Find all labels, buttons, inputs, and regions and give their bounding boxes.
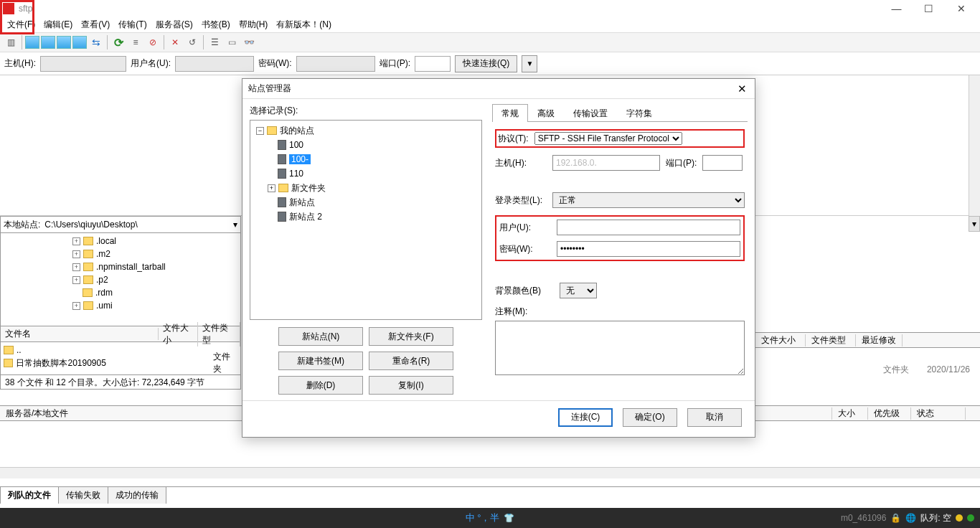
bg-color-label: 背景颜色(B) — [495, 285, 554, 297]
layout-1-icon[interactable] — [25, 36, 39, 49]
col-size[interactable]: 文件大小 — [159, 322, 197, 346]
tab-transfer[interactable]: 传输设置 — [564, 104, 617, 122]
remote-path-dropdown[interactable]: ▾ — [969, 216, 980, 232]
port-input[interactable] — [702, 155, 743, 171]
list-icon[interactable]: ☰ — [207, 34, 222, 50]
layout-2-icon[interactable] — [41, 36, 55, 49]
site-item-selected[interactable]: 100- — [289, 154, 311, 164]
local-file-list[interactable]: .. 日常抽数脚本20190905文件夹 — [0, 342, 241, 375]
menu-transfer[interactable]: 传输(T) — [114, 17, 151, 32]
new-folder-button[interactable]: 新文件夹(F) — [369, 327, 453, 346]
site-buttons: 新站点(N) 新文件夹(F) 新建书签(M) 重命名(R) 删除(D) 复制(I… — [250, 327, 482, 395]
cancel-icon[interactable]: ✕ — [167, 34, 183, 50]
protocol-select[interactable]: SFTP - SSH File Transfer Protocol — [534, 132, 682, 145]
col-size[interactable]: 大小 — [832, 407, 868, 420]
list-item[interactable]: 日常抽数脚本20190905 — [16, 357, 168, 369]
site-item[interactable]: 新站点 2 — [289, 211, 322, 223]
local-tree[interactable]: +.local +.m2 +.npminstall_tarball +.p2 .… — [0, 233, 241, 326]
close-button[interactable]: ✕ — [945, 0, 977, 16]
tree-node[interactable]: .npminstall_tarball — [96, 262, 166, 272]
site-manager-icon[interactable]: ▥ — [3, 34, 19, 50]
col-type[interactable]: 文件类型 — [198, 322, 240, 346]
new-site-button[interactable]: 新站点(N) — [278, 327, 363, 346]
qc-host-input[interactable] — [40, 56, 126, 72]
port-label: 端口(P): — [666, 157, 697, 169]
copy-button[interactable]: 复制(I) — [369, 376, 453, 395]
menu-edit[interactable]: 编辑(E) — [39, 17, 77, 32]
tree-node[interactable]: .local — [96, 236, 116, 246]
site-item[interactable]: 100 — [289, 140, 303, 150]
refresh-icon[interactable]: ⟳ — [110, 34, 126, 50]
dialog-left-pane: 选择记录(S): −我的站点 100 100- 110 +新文件夹 新站点 新站… — [242, 99, 489, 400]
dialog-close-button[interactable]: ✕ — [735, 82, 749, 95]
maximize-button[interactable]: ☐ — [913, 0, 945, 16]
stop-icon[interactable]: ⊘ — [145, 34, 161, 50]
menu-file[interactable]: 文件(F) — [3, 17, 39, 32]
col-mod[interactable]: 最近修改 — [856, 334, 903, 346]
tab-queued[interactable]: 列队的文件 — [0, 486, 59, 504]
cancel-button[interactable]: 取消 — [687, 408, 742, 427]
col-size[interactable]: 文件大小 — [755, 334, 806, 346]
qc-user-input[interactable] — [175, 56, 254, 72]
tab-charset[interactable]: 字符集 — [617, 104, 661, 122]
search-icon[interactable]: 👓 — [241, 34, 257, 50]
ok-button[interactable]: 确定(O) — [623, 408, 677, 427]
lock-icon: 🔒 — [890, 513, 901, 523]
bg-color-select[interactable]: 无 — [560, 283, 597, 298]
tree-node[interactable]: .p2 — [96, 275, 108, 285]
delete-button[interactable]: 删除(D) — [278, 376, 363, 395]
sync-arrows-icon[interactable]: ⇆ — [88, 34, 104, 50]
local-panel: 本地站点: ▾ +.local +.m2 +.npminstall_tarbal… — [0, 216, 241, 390]
menu-bookmarks[interactable]: 书签(B) — [197, 17, 235, 32]
new-bookmark-button[interactable]: 新建书签(M) — [278, 352, 363, 370]
compare-icon[interactable]: ▭ — [224, 34, 240, 50]
qc-dropdown-button[interactable]: ▼ — [522, 55, 537, 72]
reconnect-icon[interactable]: ↺ — [184, 34, 200, 50]
site-form: 协议(T): SFTP - SSH File Transfer Protocol… — [492, 122, 748, 385]
tree-node[interactable]: .umi — [96, 301, 113, 311]
qc-pass-label: 密码(W): — [258, 57, 292, 70]
tab-general[interactable]: 常规 — [492, 104, 528, 122]
user-input[interactable] — [557, 220, 740, 235]
col-name[interactable]: 文件名 — [1, 328, 159, 340]
menu-help[interactable]: 帮助(H) — [235, 17, 273, 32]
hscrollbar[interactable] — [0, 467, 980, 478]
tab-failed[interactable]: 传输失败 — [58, 486, 108, 504]
connect-button[interactable]: 连接(C) — [558, 408, 613, 427]
tree-root[interactable]: 我的站点 — [280, 125, 314, 137]
host-label: 主机(H): — [495, 157, 547, 169]
note-textarea[interactable] — [495, 321, 745, 375]
login-type-select[interactable]: 正常 — [552, 192, 745, 208]
site-folder[interactable]: 新文件夹 — [291, 182, 326, 194]
tab-advanced[interactable]: 高级 — [528, 104, 564, 122]
layout-3-icon[interactable] — [57, 36, 71, 49]
layout-4-icon[interactable] — [72, 36, 87, 49]
menu-new-version[interactable]: 有新版本！(N) — [272, 17, 336, 32]
tree-node[interactable]: .rdm — [95, 288, 113, 298]
site-item[interactable]: 新站点 — [289, 197, 315, 209]
chevron-down-icon[interactable]: ▾ — [230, 220, 240, 230]
pass-input[interactable] — [557, 241, 740, 257]
remote-file-header: 文件大小 文件类型 最近修改 — [755, 332, 980, 348]
qc-pass-input[interactable] — [296, 56, 375, 72]
filter-icon[interactable]: ≡ — [128, 34, 143, 50]
local-path-input[interactable] — [43, 217, 230, 232]
col-status[interactable]: 状态 — [911, 407, 966, 420]
site-tree[interactable]: −我的站点 100 100- 110 +新文件夹 新站点 新站点 2 — [250, 120, 482, 320]
list-item[interactable]: .. — [17, 345, 22, 355]
qc-connect-button[interactable]: 快速连接(Q) — [455, 55, 517, 72]
minimize-button[interactable]: — — [880, 0, 913, 16]
tab-success[interactable]: 成功的传输 — [108, 486, 166, 504]
site-item[interactable]: 110 — [289, 169, 303, 179]
qc-port-input[interactable] — [415, 56, 451, 72]
menu-server[interactable]: 服务器(S) — [151, 17, 197, 32]
host-input[interactable] — [552, 155, 660, 171]
col-prio[interactable]: 优先级 — [868, 407, 911, 420]
tree-node[interactable]: .m2 — [96, 249, 110, 259]
col-type[interactable]: 文件类型 — [806, 334, 856, 346]
rename-button[interactable]: 重命名(R) — [369, 352, 453, 370]
menu-view[interactable]: 查看(V) — [77, 17, 114, 32]
log-scrollbar[interactable] — [969, 75, 980, 216]
site-manager-dialog: 站点管理器 ✕ 选择记录(S): −我的站点 100 100- 110 +新文件… — [242, 78, 755, 438]
qc-host-label: 主机(H): — [4, 57, 36, 70]
